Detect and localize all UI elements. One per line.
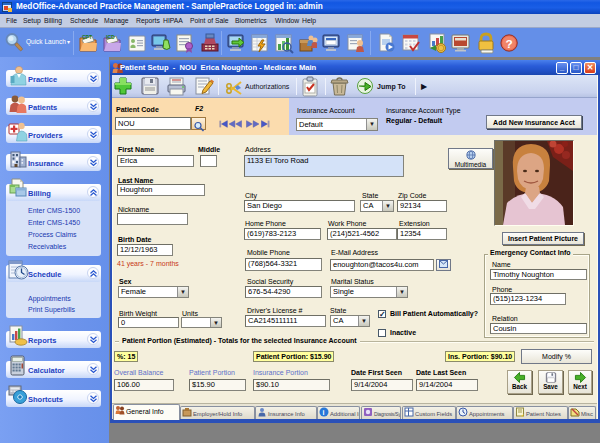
svg-text:i: i (323, 409, 325, 416)
svg-text:ICD: ICD (106, 34, 115, 40)
svg-text:CPT: CPT (82, 34, 92, 40)
svg-text:?: ? (505, 37, 512, 51)
